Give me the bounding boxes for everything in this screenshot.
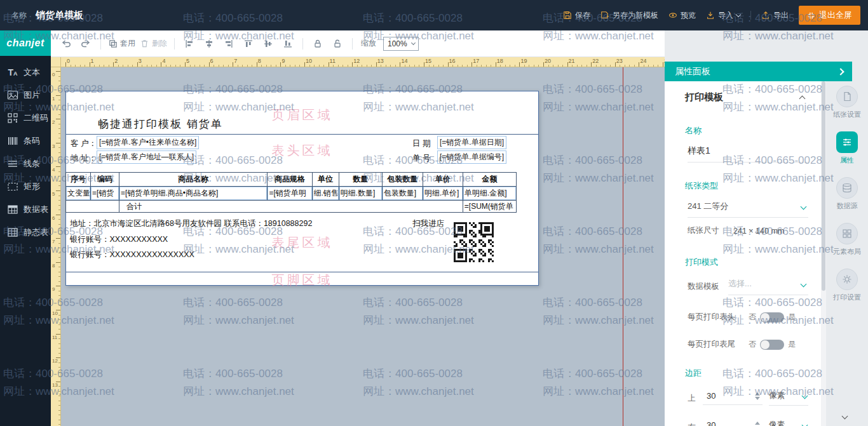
print-template-section[interactable]: 打印模板 [685,91,808,103]
save-button[interactable]: 保存 [563,10,590,21]
table-cell[interactable]: 单明细.金额] [463,187,516,201]
margin-label: 边距 [685,368,808,379]
table-cell[interactable]: 细.销售单 [312,187,339,201]
address-field[interactable]: [=销货单.客户地址—联系人] [97,150,196,164]
scan-shop-label[interactable]: 扫我进店 [412,218,444,229]
strip-item-properties[interactable]: 属性 [826,131,868,165]
delete-button[interactable]: 删除 [140,38,167,49]
table-cell[interactable]: =[销货 [91,187,119,201]
strip-item-print-settings[interactable]: 打印设置 [826,269,868,302]
collapse-panel-icon[interactable] [837,68,844,75]
unlock-button[interactable] [330,36,345,52]
align-middle-button[interactable] [261,36,276,52]
zoom-select[interactable]: 100% [383,37,419,51]
col-header-unit[interactable]: 单位 [312,173,339,187]
lock-button[interactable] [310,36,325,52]
import-button[interactable]: 导入 [706,10,740,21]
table-cell[interactable]: =[销货单明细.商品•商品名称] [119,187,268,201]
sidebar-item-qrcode[interactable]: 二维码 [0,107,51,130]
page-footer-toggle[interactable] [760,340,784,350]
align-center-button[interactable] [201,36,217,52]
paper-type-select[interactable]: 241 二等分 [688,201,808,218]
undo-icon [61,39,71,49]
table-data-row: 文变量 =[销货 =[销货单明细.商品•商品名称] =[销货单明 细.销售单 明… [66,187,517,201]
docno-label[interactable]: 单 号 [412,153,430,164]
items-table[interactable]: 序号 编码 商品名称 商品规格 单位 数量 包装数量 单价 金额 文变量 =[销… [65,172,517,213]
document-title[interactable]: 畅捷通打印模板 销货单 [98,117,223,131]
page-header-toggle[interactable] [760,312,784,323]
data-template-label: 数据模板 [688,281,719,292]
col-header-code[interactable]: 编码 [91,173,119,187]
table-cell[interactable]: 明细.单价] [423,187,463,201]
sidebar-item-rect[interactable]: 矩形 [0,175,51,198]
total-label-cell[interactable]: 合计 [119,201,463,213]
table-cell[interactable]: 明细.数量] [339,187,382,201]
scrollbar-thumb[interactable] [822,81,825,291]
print-settings-icon [842,274,852,284]
strip-item-paper-settings[interactable]: 纸张设置 [826,86,868,119]
col-header-price[interactable]: 单价 [423,173,463,187]
strip-item-element-layout[interactable]: 元素布局 [826,223,868,256]
sidebar-item-label: 图片 [24,90,40,101]
col-header-spec[interactable]: 商品规格 [268,173,312,187]
data-template-select[interactable]: 选择... [728,278,808,295]
docno-field[interactable]: [=销货单.单据编号] [437,150,506,164]
customer-label[interactable]: 客 户： [71,138,97,149]
topbar-actions: 保存 另存为新模板 预览 导入 导出 退出全屏 [563,6,860,25]
col-header-seq[interactable]: 序号 [66,173,91,187]
undo-button[interactable] [58,36,74,52]
sidebar-item-line[interactable]: 线条 [0,152,51,175]
margin-right-unit-select[interactable]: 像素 [769,420,808,426]
name-input[interactable]: 样表1 [688,145,808,163]
customer-field[interactable]: [=销货单.客户•往来单位名称] [97,136,199,149]
export-icon [761,11,770,20]
strip-scroll-down[interactable] [843,409,847,421]
preview-button[interactable]: 预览 [668,10,696,21]
col-header-packqty[interactable]: 包装数量 [382,173,423,187]
table-cell[interactable]: 包装数量] [382,187,423,201]
unit-label: 像素 [769,420,785,426]
col-header-amount[interactable]: 金额 [463,173,516,187]
save-icon [563,11,572,20]
sidebar-item-datatable[interactable]: 数据表 [0,198,51,221]
col-header-name[interactable]: 商品名称 [119,173,268,187]
margin-top-unit-select[interactable]: 像素 [769,390,808,406]
footer-address-text[interactable]: 地址：北京市海淀区北清路68号用友软件园 联系电话：18910888292 [70,218,312,229]
align-left-button[interactable] [182,36,197,52]
align-bottom-button[interactable] [280,36,295,52]
sidebar-item-statictable[interactable]: 静态表 [0,221,51,244]
bank-account-1[interactable]: 银行账号：XXXXXXXXXXX [70,234,168,245]
template-title[interactable]: 销货单模板 [36,10,83,22]
bank-account-2[interactable]: 银行账号：XXXXXXXXXXXXXXXX [70,250,194,260]
align-top-icon [243,39,254,49]
design-canvas[interactable]: 页眉区域 表头区域 表尾区域 页脚区域 畅捷通打印模板 销货单 客 户： [=销… [61,67,665,426]
margin-right-label: 右 [688,422,703,426]
col-header-qty[interactable]: 数量 [339,173,382,187]
template-document[interactable]: 页眉区域 表头区域 表尾区域 页脚区域 畅捷通打印模板 销货单 客 户： [=销… [65,91,539,286]
qr-code-image[interactable] [452,220,496,264]
date-label[interactable]: 日 期 [412,138,430,149]
redo-button[interactable] [78,36,93,52]
align-right-button[interactable] [221,36,236,52]
address-label[interactable]: 地 址： [71,153,97,164]
table-cell[interactable] [66,201,119,213]
table-cell[interactable]: 文变量 [66,187,91,201]
sidebar-item-text[interactable]: TA 文本 [0,61,51,84]
chevron-down-icon [801,281,807,287]
date-field[interactable]: [=销货单.单据日期] [437,136,506,149]
align-top-button[interactable] [241,36,256,52]
sidebar-item-image[interactable]: 图片 [0,84,51,107]
table-cell[interactable]: =[销货单明 [268,187,312,201]
total-sum-cell[interactable]: =[SUM(销货单 [463,201,516,213]
export-button[interactable]: 导出 [761,10,789,21]
stepper-icons[interactable] [755,422,760,426]
apply-button[interactable]: 套用 [108,38,135,49]
exit-fullscreen-button[interactable]: 退出全屏 [799,6,860,25]
margin-right-input[interactable]: 30 [703,420,763,426]
sidebar-item-barcode[interactable]: 条码 [0,130,51,152]
vertical-ruler: 012345678910111213 [51,67,61,426]
margin-top-input[interactable]: 30 [703,391,763,405]
save-as-new-button[interactable]: 另存为新模板 [600,10,658,21]
strip-item-data-source[interactable]: 数据源 [826,177,868,211]
stepper-icons[interactable] [755,392,760,400]
